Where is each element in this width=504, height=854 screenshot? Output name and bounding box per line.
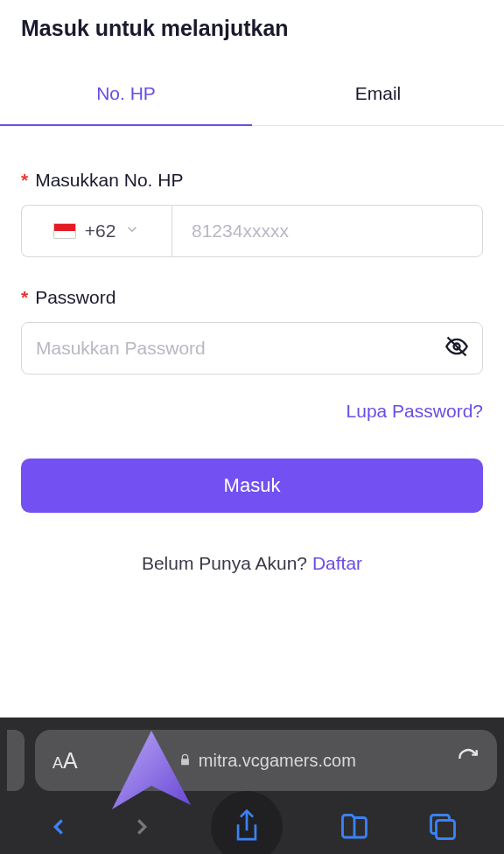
login-button[interactable]: Masuk (21, 458, 483, 513)
url-display: mitra.vcgamers.com (88, 751, 446, 771)
eye-off-icon[interactable] (444, 334, 469, 362)
reload-icon[interactable] (457, 747, 480, 774)
required-icon: * (21, 170, 28, 191)
prev-tab-edge[interactable] (7, 730, 24, 791)
password-label: * Password (21, 287, 483, 308)
signup-row: Belum Punya Akun? Daftar (21, 553, 483, 574)
phone-label: * Masukkan No. HP (21, 170, 483, 191)
login-form: * Masukkan No. HP +62 * Password Lupa Pa… (0, 126, 504, 574)
svg-rect-2 (436, 821, 454, 839)
back-button[interactable] (46, 814, 72, 840)
page-title: Masuk untuk melanjutkan (0, 0, 504, 67)
login-tabs: No. HP Email (0, 67, 504, 126)
password-wrap (21, 322, 483, 374)
tabs-button[interactable] (427, 811, 458, 843)
forward-button (129, 814, 155, 840)
tab-phone[interactable]: No. HP (0, 67, 252, 125)
indonesia-flag-icon (53, 223, 76, 239)
no-account-text: Belum Punya Akun? (142, 553, 312, 573)
safari-toolbar (0, 791, 504, 854)
forgot-row: Lupa Password? (21, 401, 483, 422)
forgot-password-link[interactable]: Lupa Password? (346, 401, 483, 421)
bookmarks-button[interactable] (339, 811, 370, 843)
phone-label-text: Masukkan No. HP (35, 170, 183, 191)
text-size-button[interactable]: AA (52, 748, 78, 774)
required-icon: * (21, 287, 28, 308)
tab-email[interactable]: Email (252, 67, 504, 125)
dial-code: +62 (85, 220, 116, 242)
lock-icon (178, 751, 192, 771)
country-code-select[interactable]: +62 (21, 205, 172, 257)
share-button[interactable] (211, 791, 283, 854)
url-text: mitra.vcgamers.com (199, 751, 356, 771)
address-bar[interactable]: AA mitra.vcgamers.com (35, 730, 497, 791)
phone-row: +62 (21, 205, 483, 257)
register-link[interactable]: Daftar (312, 553, 362, 573)
safari-bottom-bar: AA mitra.vcgamers.com (0, 718, 504, 854)
chevron-down-icon (124, 221, 140, 241)
phone-input[interactable] (172, 205, 483, 257)
url-bar: AA mitra.vcgamers.com (7, 730, 497, 791)
password-label-text: Password (35, 287, 116, 308)
password-input[interactable] (21, 322, 483, 374)
